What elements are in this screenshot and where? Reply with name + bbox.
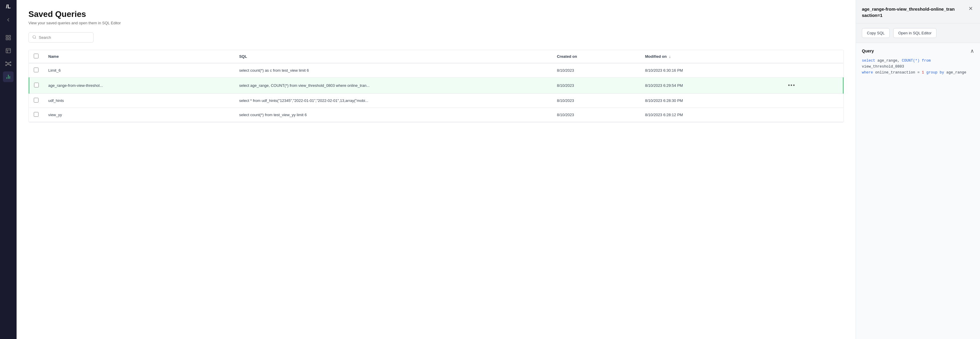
col-header-sql: SQL: [234, 50, 552, 63]
panel-section-title: Query: [862, 49, 874, 53]
code-value-1: 1: [922, 70, 924, 75]
table-row[interactable]: udf_hints select * from udf_hints("12345…: [29, 94, 843, 108]
code-groupby-col: age_range: [946, 70, 966, 75]
code-from-keyword: from: [922, 59, 931, 63]
row-created-on: 8/10/2023: [552, 108, 640, 122]
copy-sql-button[interactable]: Copy SQL: [862, 28, 890, 38]
select-all-checkbox[interactable]: [34, 54, 38, 58]
row-modified-on: 8/10/2023 6:30:16 PM: [640, 63, 782, 78]
col-header-actions: [782, 50, 843, 63]
logo[interactable]: /L: [6, 3, 11, 10]
select-all-checkbox-col[interactable]: [29, 50, 43, 63]
table-row[interactable]: age_range-from-view-threshol... select a…: [29, 78, 843, 94]
search-box[interactable]: [29, 32, 94, 43]
row-name: age_range-from-view-threshol...: [43, 78, 234, 94]
row-sql: select count(*) from test_view_yy limit …: [234, 108, 552, 122]
svg-line-14: [6, 65, 8, 65]
table-header-row: Name SQL Created on Modified on ↓: [29, 50, 843, 63]
row-actions[interactable]: •••: [782, 78, 843, 94]
code-table-name: view_threshold_0803: [862, 65, 904, 69]
row-sql: select age_range, COUNT(*) from view_thr…: [234, 78, 552, 94]
svg-line-13: [8, 62, 10, 63]
open-in-sql-editor-button[interactable]: Open in SQL Editor: [893, 28, 937, 38]
row-created-on: 8/10/2023: [552, 78, 640, 94]
row-checkbox[interactable]: [34, 98, 38, 102]
row-sql: select * from udf_hints("12345","2022-01…: [234, 94, 552, 108]
code-count-keyword: COUNT(*): [902, 59, 920, 63]
row-sql: select count(*) as c from test_view limi…: [234, 63, 552, 78]
col-header-name: Name: [43, 50, 234, 63]
row-actions[interactable]: [782, 63, 843, 78]
code-select-keyword: select: [862, 59, 875, 63]
table-row[interactable]: Limit_6 select count(*) as c from test_v…: [29, 63, 843, 78]
svg-point-7: [8, 63, 9, 65]
row-name: Limit_6: [43, 63, 234, 78]
row-created-on: 8/10/2023: [552, 63, 640, 78]
code-groupby-keyword: group by: [926, 70, 944, 75]
row-checkbox[interactable]: [34, 67, 38, 72]
panel-query-section: Query ∧ select age_range, COUNT(*) from …: [856, 43, 980, 80]
row-checkbox-cell[interactable]: [29, 108, 43, 122]
svg-line-12: [6, 62, 8, 63]
sidebar-icon-analytics[interactable]: [3, 71, 14, 82]
page-content: Saved Queries View your saved queries an…: [17, 0, 856, 339]
code-eq-op: =: [918, 70, 920, 75]
svg-rect-0: [6, 35, 8, 37]
sidebar-collapse-icon[interactable]: [3, 14, 14, 25]
search-input[interactable]: [39, 35, 90, 40]
row-checkbox[interactable]: [34, 83, 39, 88]
sidebar: /L: [0, 0, 17, 339]
main-content: Saved Queries View your saved queries an…: [17, 0, 856, 339]
row-checkbox-cell[interactable]: [29, 78, 43, 94]
row-created-on: 8/10/2023: [552, 94, 640, 108]
code-plain-1: age_range,: [878, 59, 902, 63]
row-modified-on: 8/10/2023 6:28:12 PM: [640, 108, 782, 122]
queries-table: Name SQL Created on Modified on ↓: [29, 50, 844, 122]
right-panel: age_range-from-view_threshold-online_tra…: [856, 0, 980, 339]
row-actions[interactable]: [782, 94, 843, 108]
code-where-col: online_transaction: [875, 70, 918, 75]
row-modified-on: 8/10/2023 6:29:54 PM: [640, 78, 782, 94]
search-icon: [32, 35, 37, 40]
svg-rect-1: [9, 35, 11, 37]
row-name: udf_hints: [43, 94, 234, 108]
sidebar-icon-chart[interactable]: [3, 45, 14, 56]
row-checkbox-cell[interactable]: [29, 94, 43, 108]
svg-line-15: [8, 65, 10, 65]
row-checkbox-cell[interactable]: [29, 63, 43, 78]
row-more-button[interactable]: •••: [786, 82, 797, 89]
code-where-keyword: where: [862, 70, 873, 75]
panel-section-toggle[interactable]: ∧: [970, 48, 974, 54]
svg-rect-4: [6, 49, 11, 53]
panel-actions: Copy SQL Open in SQL Editor: [856, 23, 980, 43]
row-actions[interactable]: [782, 108, 843, 122]
svg-rect-2: [6, 38, 8, 40]
sidebar-icon-grid[interactable]: [3, 32, 14, 43]
query-code-block: select age_range, COUNT(*) from view_thr…: [862, 58, 974, 75]
col-header-modified-on[interactable]: Modified on ↓: [640, 50, 782, 63]
sidebar-icon-nodes[interactable]: [3, 58, 14, 69]
panel-close-button[interactable]: ✕: [967, 6, 974, 11]
panel-section-header: Query ∧: [862, 48, 974, 54]
sort-icon: ↓: [669, 54, 671, 59]
row-modified-on: 8/10/2023 6:28:30 PM: [640, 94, 782, 108]
table-row[interactable]: view_yy select count(*) from test_view_y…: [29, 108, 843, 122]
page-subtitle: View your saved queries and open them in…: [29, 21, 844, 25]
row-checkbox[interactable]: [34, 112, 38, 117]
page-title: Saved Queries: [29, 10, 844, 19]
panel-header: age_range-from-view_threshold-online_tra…: [856, 0, 980, 23]
svg-point-19: [33, 35, 35, 38]
panel-title: age_range-from-view_threshold-online_tra…: [862, 6, 957, 18]
svg-rect-3: [9, 38, 11, 40]
row-name: view_yy: [43, 108, 234, 122]
svg-line-20: [35, 38, 36, 39]
col-header-created-on[interactable]: Created on: [552, 50, 640, 63]
